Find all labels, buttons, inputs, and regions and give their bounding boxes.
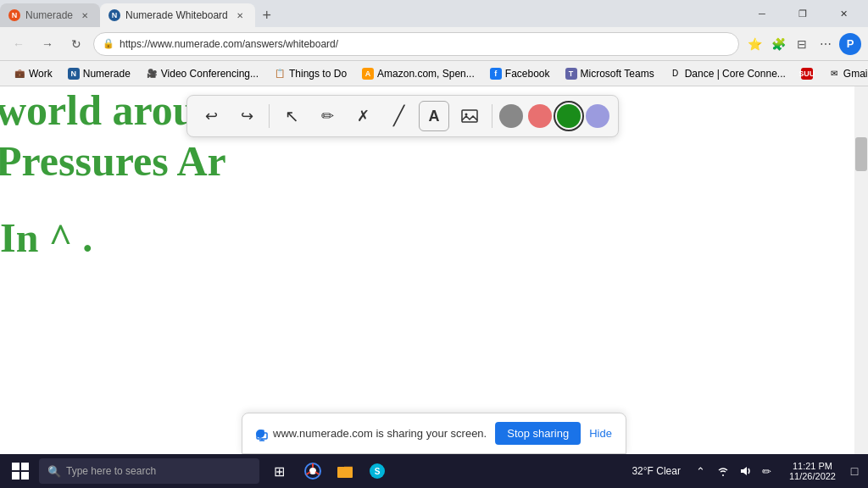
bookmark-numerade[interactable]: N Numerade [61,66,137,81]
addressbar: ← → ↻ 🔒 https://www.numerade.com/answers… [0,27,868,61]
taskbar-search[interactable]: 🔍 Type here to search [39,458,259,484]
svg-rect-6 [260,430,264,434]
tab-whiteboard[interactable]: N Numerade Whiteboard ✕ [100,3,255,27]
svg-text:In ^  .: In ^ . [0,215,92,260]
system-tray: 32°F Clear ⌃ ✏ 11:21 PM 11/26/ [626,457,865,485]
teams-taskbar-icon[interactable]: S [363,457,392,485]
text-tool-button[interactable]: A [419,101,449,131]
add-tab-button[interactable]: + [255,3,279,27]
screen-sharing-notification: www.numerade.com is sharing your screen.… [242,413,626,454]
bookmarks-bar: 💼 Work N Numerade 🎥 Video Conferencing..… [0,61,868,86]
teams-icon: T [565,68,577,80]
bookmark-things-todo[interactable]: 📋 Things to Do [267,66,353,81]
redo-button[interactable]: ↪ [231,101,262,131]
video-icon: 🎥 [146,68,158,80]
tab2-label: Numerade Whiteboard [125,9,228,21]
back-button[interactable]: ← [7,32,31,56]
start-button[interactable] [3,454,37,488]
sharing-message: www.numerade.com is sharing your screen. [273,427,487,440]
marker-tool-button[interactable]: ╱ [383,101,414,131]
tools-button[interactable]: ✗ [348,101,378,131]
color-gray[interactable] [499,104,523,128]
bookmark-amazon-label: Amazon.com, Spen... [377,68,475,80]
pen-tool-button[interactable]: ✏ [312,101,342,131]
scrollbar-thumb[interactable] [855,137,867,171]
network-icon[interactable] [713,461,733,481]
facebook-icon: f [490,68,502,80]
toolbar-separator-2 [492,104,492,128]
pencil-icon[interactable]: ✏ [757,461,777,481]
bookmark-gmail-label: Gmail [843,68,868,80]
notification-button[interactable]: □ [844,461,865,481]
file-explorer-icon[interactable] [331,457,359,485]
bookmark-todo-label: Things to Do [289,68,347,80]
bookmark-work[interactable]: 💼 Work [7,66,59,81]
sharing-indicator [256,430,264,438]
titlebar: N Numerade ✕ N Numerade Whiteboard ✕ + ─… [0,0,868,27]
bookmark-numerade-label: Numerade [83,68,131,80]
tab1-label: Numerade [25,9,73,21]
stop-sharing-button[interactable]: Stop sharing [495,422,581,445]
profile-extensions-icon[interactable]: ⭐ [744,34,765,54]
windows-logo-icon [12,463,29,480]
bookmark-video-label: Video Conferencing... [161,68,259,80]
bookmark-teams[interactable]: T Microsoft Teams [559,66,661,81]
toolbar-separator-1 [269,104,270,128]
browser-extensions-icon[interactable]: 🧩 [768,34,788,54]
address-actions: ⭐ 🧩 ⊟ ⋯ P [744,33,861,55]
bookmark-facebook[interactable]: f Facebook [483,66,557,81]
forward-button[interactable]: → [36,32,59,56]
hide-sharing-button[interactable]: Hide [589,427,612,440]
task-view-button[interactable]: ⊞ [264,457,293,485]
system-clock[interactable]: 11:21 PM 11/26/2022 [782,461,843,481]
tab2-favicon: N [108,9,120,21]
undo-button[interactable]: ↩ [196,101,226,131]
color-purple[interactable] [586,104,609,128]
work-icon: 💼 [14,68,25,80]
bookmark-teams-label: Microsoft Teams [581,68,654,80]
amazon-icon: A [362,68,374,80]
select-tool-button[interactable]: ↖ [276,101,307,131]
svg-text:S: S [375,467,381,476]
content-area: world aroun Pressures Ar In ^ . ↩ ↪ ↖ ✏ … [0,86,868,454]
volume-icon[interactable] [735,461,755,481]
bookmark-facebook-label: Facebook [505,68,550,80]
taskbar: 🔍 Type here to search ⊞ S [0,454,868,488]
system-tray-icons: ⌃ ✏ [687,461,781,481]
window-controls: ─ ❐ ✕ [743,0,868,27]
chrome-icon[interactable] [298,457,327,485]
color-green[interactable] [557,104,581,128]
whiteboard-canvas[interactable]: world aroun Pressures Ar In ^ . [0,86,854,454]
dance-icon: D [670,68,682,80]
show-hidden-icons[interactable]: ⌃ [691,461,711,481]
browser-sidebar-icon[interactable]: ⊟ [792,34,812,54]
drawing-toolbar: ↩ ↪ ↖ ✏ ✗ ╱ A [186,95,619,137]
weather-text: 32°F Clear [632,465,681,477]
refresh-button[interactable]: ↻ [64,32,88,56]
bookmark-gmail[interactable]: ✉ Gmail [821,66,868,81]
suu-icon: SUU [801,68,813,80]
tab1-favicon: N [8,9,20,21]
bookmark-dance[interactable]: D Dance | Core Conne... [663,66,793,81]
tab1-close[interactable]: ✕ [78,8,92,22]
profile-button[interactable]: P [839,33,861,55]
restore-button[interactable]: ❐ [783,0,822,27]
weather-widget[interactable]: 32°F Clear [626,457,686,485]
scrollbar[interactable] [854,86,868,454]
image-tool-button[interactable] [454,101,485,131]
color-pink[interactable] [528,104,552,128]
tab-numerade[interactable]: N Numerade ✕ [0,3,100,27]
address-box[interactable]: 🔒 https://www.numerade.com/answers/white… [93,32,739,56]
gmail-icon: ✉ [828,68,840,80]
tab2-close[interactable]: ✕ [233,8,247,22]
bookmark-suu[interactable]: SUU [794,66,820,81]
svg-text:Pressures Ar: Pressures Ar [0,137,226,185]
minimize-button[interactable]: ─ [743,0,782,27]
more-actions-icon[interactable]: ⋯ [815,34,836,54]
search-placeholder: Type here to search [66,465,156,477]
close-button[interactable]: ✕ [824,0,863,27]
clock-time: 11:21 PM [793,461,832,471]
bookmark-video-conferencing[interactable]: 🎥 Video Conferencing... [139,66,265,81]
bookmark-amazon[interactable]: A Amazon.com, Spen... [355,66,481,81]
task-view-icon: ⊞ [274,463,285,480]
